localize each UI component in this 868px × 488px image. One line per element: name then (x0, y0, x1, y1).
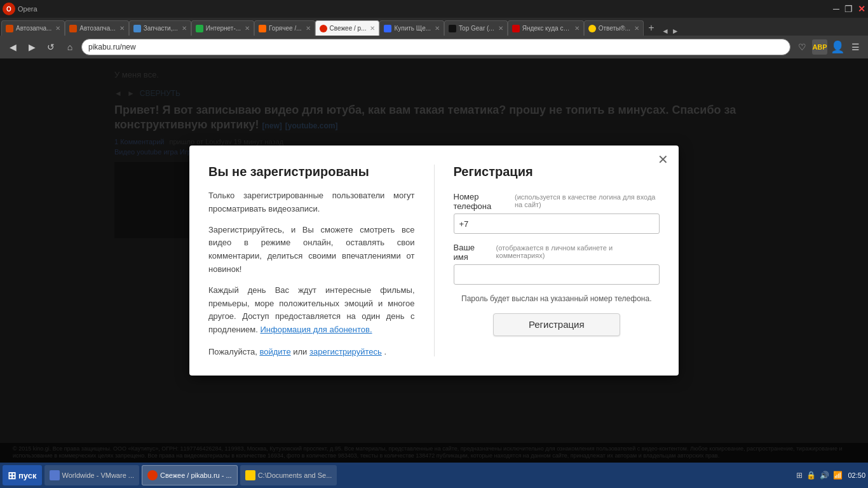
name-hint: (отображается в личном кабинете и коммен… (496, 244, 660, 259)
tab-title-7: Купить Ще... (394, 25, 431, 32)
tab-scroll-right[interactable]: ► (672, 27, 679, 36)
tab-1[interactable]: Автозапча... ✕ (1, 20, 65, 36)
tab-9[interactable]: Яндекс куда сохр... ✕ (508, 20, 584, 36)
modal-right-panel: Регистрация Номер телефона (используется… (435, 165, 660, 356)
system-tray: ⊞ 🔒 🔊 📶 (794, 471, 845, 480)
taskbar-item-explorer[interactable]: C:\Documents and Se... (240, 465, 337, 485)
user-btn[interactable]: 👤 (830, 39, 845, 55)
restore-btn[interactable]: ❐ (844, 4, 853, 14)
tab-3[interactable]: Запчасти,... ✕ (129, 20, 191, 36)
start-button[interactable]: ⊞ пуск (3, 465, 42, 485)
home-btn[interactable]: ⌂ (62, 39, 78, 55)
tray-icon-3: 🔊 (820, 471, 829, 480)
tray-icon-2: 🔒 (806, 471, 816, 480)
pikabu-icon (147, 470, 158, 480)
address-bar[interactable]: pikabu.ru/new (81, 39, 790, 55)
name-input[interactable] (454, 264, 660, 285)
tab-close-5[interactable]: ✕ (306, 25, 311, 32)
tab-favicon-5 (259, 25, 266, 32)
tab-favicon-6 (320, 25, 327, 32)
tab-favicon-2 (69, 25, 77, 32)
tab-2[interactable]: Автозапча... ✕ (65, 20, 128, 36)
back-btn[interactable]: ◀ (5, 39, 20, 55)
tab-title-6: Свежее / р... (330, 25, 367, 32)
nav-bar: ◀ ▶ ↺ ⌂ pikabu.ru/new ♡ ABP 👤 ☰ (0, 36, 868, 58)
taskbar-label-pikabu: Свежее / pikabu.ru - ... (160, 471, 232, 479)
opera-logo: O (3, 3, 15, 15)
tab-close-10[interactable]: ✕ (634, 25, 639, 32)
phone-label: Номер телефона (используется в качестве … (454, 192, 660, 211)
tab-close-3[interactable]: ✕ (182, 25, 187, 32)
tab-favicon-1 (6, 25, 13, 32)
register-submit-btn[interactable]: Регистрация (493, 313, 620, 336)
tab-title-8: Top Gear (... (459, 25, 494, 32)
modal-dialog: ✕ Вы не зарегистрированы Только зарегист… (189, 146, 679, 376)
tab-close-6[interactable]: ✕ (370, 25, 375, 32)
forward-btn[interactable]: ▶ (24, 39, 39, 55)
tab-favicon-8 (449, 25, 456, 32)
tab-favicon-3 (133, 25, 141, 32)
name-form-group: Ваше имя (отображается в личном кабинете… (454, 243, 660, 285)
minimize-btn[interactable]: ─ (833, 4, 839, 14)
tab-title-10: Ответы®... (599, 25, 630, 32)
phone-hint: (используется в качестве логина для вход… (515, 193, 660, 208)
modal-text-2: Зарегистрируйтесь, и Вы сможете смотреть… (208, 224, 415, 276)
login-link[interactable]: войдите (259, 347, 290, 356)
tab-10[interactable]: Ответы®... ✕ (584, 20, 644, 36)
tab-title-4: Интернет-... (206, 25, 241, 32)
tray-icon-1: ⊞ (796, 471, 803, 480)
tab-close-7[interactable]: ✕ (435, 25, 440, 32)
tab-close-1[interactable]: ✕ (55, 25, 60, 32)
taskbar-label-vmware: Worldwide - VMware ... (62, 471, 135, 479)
taskbar-label-explorer: C:\Documents and Se... (258, 471, 332, 479)
close-btn[interactable]: ✕ (858, 4, 865, 14)
tab-title-1: Автозапча... (16, 25, 51, 32)
phone-form-group: Номер телефона (используется в качестве … (454, 192, 660, 234)
modal-left-panel: Вы не зарегистрированы Только зарегистри… (208, 165, 435, 356)
menu-btn[interactable]: ☰ (848, 39, 863, 55)
tab-favicon-7 (384, 25, 391, 32)
tab-7[interactable]: Купить Ще... ✕ (379, 20, 444, 36)
tab-title-9: Яндекс куда сохр... (522, 25, 571, 32)
taskbar: ⊞ пуск Worldwide - VMware ... Свежее / p… (0, 463, 868, 488)
tab-title-2: Автозапча... (79, 25, 115, 32)
tray-icon-4: 📶 (833, 471, 843, 480)
tab-4[interactable]: Интернет-... ✕ (191, 20, 254, 36)
name-label: Ваше имя (отображается в личном кабинете… (454, 243, 660, 262)
browser-chrome: O Opera ─ ❐ ✕ Автозапча... ✕ Автозапча..… (0, 0, 868, 58)
title-bar-label: Opera (18, 5, 37, 13)
taskbar-item-vmware[interactable]: Worldwide - VMware ... (44, 465, 140, 485)
tab-close-8[interactable]: ✕ (498, 25, 503, 32)
windows-icon: ⊞ (8, 470, 16, 482)
password-hint-text: Пароль будет выслан на указанный номер т… (454, 294, 660, 304)
registration-title: Регистрация (454, 165, 660, 179)
new-tab-btn[interactable]: + (644, 20, 659, 36)
tab-5[interactable]: Горячее /... ✕ (254, 20, 315, 36)
abp-btn[interactable]: ABP (812, 39, 827, 55)
page-background: У меня все. ◄ ► СВЕРНУТЬ Привет! Я вот з… (0, 58, 868, 463)
bookmark-btn[interactable]: ♡ (794, 39, 810, 55)
tabs-bar: Автозапча... ✕ Автозапча... ✕ Запчасти,.… (0, 18, 868, 36)
taskbar-item-pikabu[interactable]: Свежее / pikabu.ru - ... (142, 465, 238, 485)
tab-favicon-10 (588, 25, 596, 32)
refresh-btn[interactable]: ↺ (43, 39, 58, 55)
vmware-icon (50, 470, 60, 480)
tab-favicon-9 (512, 25, 520, 32)
modal-login-prompt: Пожалуйста, войдите или зарегистрируйтес… (208, 347, 415, 356)
phone-input[interactable] (454, 214, 660, 234)
tab-favicon-4 (196, 25, 203, 32)
nav-icons: ♡ ABP 👤 ☰ (794, 39, 863, 55)
tab-scroll-left[interactable]: ◄ (661, 27, 669, 36)
tab-close-2[interactable]: ✕ (119, 25, 125, 32)
tab-8[interactable]: Top Gear (... ✕ (444, 20, 508, 36)
start-label: пуск (18, 471, 37, 480)
info-link[interactable]: Информация для абонентов. (260, 325, 372, 334)
tab-close-9[interactable]: ✕ (574, 25, 580, 32)
tab-title-5: Горячее /... (269, 25, 301, 32)
modal-close-btn[interactable]: ✕ (658, 153, 668, 166)
tab-close-4[interactable]: ✕ (245, 25, 250, 32)
register-link[interactable]: зарегистрируйтесь (309, 347, 382, 356)
tab-6[interactable]: Свежее / р... ✕ (315, 20, 380, 36)
modal-text-1: Только зарегистрированные пользователи м… (208, 189, 415, 216)
title-bar: O Opera ─ ❐ ✕ (0, 0, 868, 18)
